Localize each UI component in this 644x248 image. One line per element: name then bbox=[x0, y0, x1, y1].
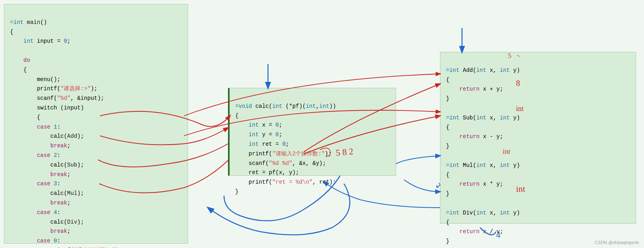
left-code-panel: =int main() { int input = 0; do { menu()… bbox=[4, 4, 188, 244]
center-code-panel: =void calc(int (*pf)(int,int)) { int x =… bbox=[228, 88, 396, 176]
watermark: CSDN @shijiaqingsnfx bbox=[595, 240, 639, 245]
right-code-panel: =int Add(int x, int y) { return x + y; }… bbox=[440, 52, 636, 224]
